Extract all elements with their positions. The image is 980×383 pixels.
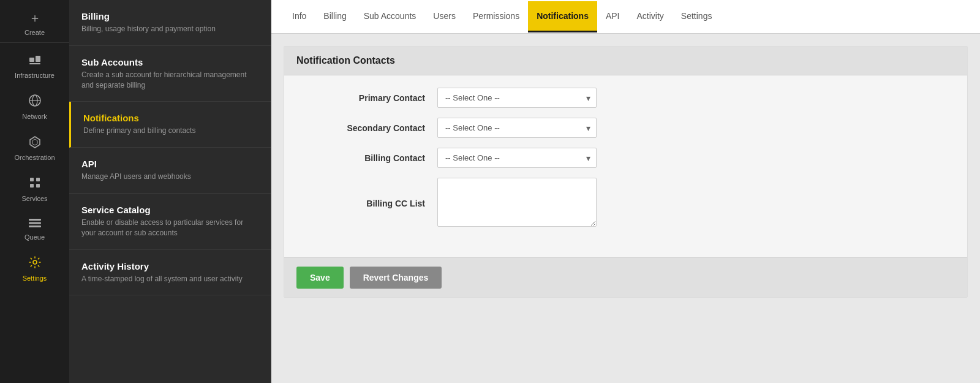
primary-contact-row: Primary Contact -- Select One -- <box>303 88 949 108</box>
sidebar-item-label: Network <box>22 113 47 120</box>
tab-notifications[interactable]: Notifications <box>528 1 597 32</box>
sidebar-item-queue[interactable]: Queue <box>0 210 69 248</box>
sidebar-item-label: Create <box>24 29 45 36</box>
svg-rect-10 <box>30 184 34 188</box>
create-icon: ＋ <box>29 10 41 26</box>
card-title: Notification Contacts <box>296 55 955 66</box>
billing-cc-list-label: Billing CC List <box>303 199 437 208</box>
menu-title-activity-history: Activity History <box>81 261 258 271</box>
secondary-contact-label: Secondary Contact <box>303 123 437 133</box>
tab-activity[interactable]: Activity <box>628 1 673 32</box>
revert-button[interactable]: Revert Changes <box>350 267 442 289</box>
svg-rect-0 <box>29 58 34 62</box>
menu-desc-api: Manage API users and webhooks <box>81 172 258 182</box>
sidebar-item-label: Settings <box>23 275 47 282</box>
menu-item-sub-accounts[interactable]: Sub Accounts Create a sub account for hi… <box>69 46 271 102</box>
menu-item-service-catalog[interactable]: Service Catalog Enable or disable access… <box>69 194 271 250</box>
primary-contact-select[interactable]: -- Select One -- <box>437 88 597 108</box>
card-footer: Save Revert Changes <box>284 257 967 297</box>
svg-rect-13 <box>29 222 41 224</box>
secondary-contact-select[interactable]: -- Select One -- <box>437 118 597 138</box>
sidebar-item-network[interactable]: Network <box>0 86 69 127</box>
primary-contact-wrapper: -- Select One -- <box>437 88 597 108</box>
menu-item-api[interactable]: API Manage API users and webhooks <box>69 148 271 194</box>
svg-rect-14 <box>29 226 41 227</box>
card-header: Notification Contacts <box>284 47 967 75</box>
billing-contact-select[interactable]: -- Select One -- <box>437 148 597 168</box>
orchestration-icon <box>28 135 42 151</box>
settings-icon <box>28 256 42 272</box>
infrastructure-icon <box>28 53 42 69</box>
sidebar-item-label: Queue <box>24 233 45 241</box>
queue-icon <box>28 217 42 231</box>
tab-api[interactable]: API <box>597 1 628 32</box>
svg-rect-1 <box>36 56 40 62</box>
tab-users[interactable]: Users <box>424 1 464 32</box>
menu-title-billing: Billing <box>81 11 258 21</box>
sidebar-icons: ＋ Create Infrastructure Network Orchestr… <box>0 0 69 383</box>
sidebar-menu: Billing Billing, usage history and payme… <box>69 0 271 383</box>
sidebar-item-infrastructure[interactable]: Infrastructure <box>0 45 69 86</box>
svg-rect-9 <box>36 178 40 181</box>
tab-sub-accounts[interactable]: Sub Accounts <box>355 1 425 32</box>
tab-settings[interactable]: Settings <box>673 1 721 32</box>
secondary-contact-row: Secondary Contact -- Select One -- <box>303 118 949 138</box>
svg-point-15 <box>33 260 37 264</box>
menu-desc-service-catalog: Enable or disable access to particular s… <box>81 218 258 238</box>
svg-rect-2 <box>29 63 40 64</box>
main-content: Info Billing Sub Accounts Users Permissi… <box>271 0 980 383</box>
content-area: Notification Contacts Primary Contact --… <box>271 34 980 383</box>
menu-desc-billing: Billing, usage history and payment optio… <box>81 24 258 34</box>
menu-item-notifications[interactable]: Notifications Define primary and billing… <box>69 102 271 148</box>
sidebar-item-create[interactable]: ＋ Create <box>0 2 69 43</box>
svg-marker-7 <box>32 139 37 145</box>
sidebar-item-services[interactable]: Services <box>0 169 69 210</box>
notification-contacts-card: Notification Contacts Primary Contact --… <box>284 46 968 298</box>
billing-contact-wrapper: -- Select One -- <box>437 148 597 168</box>
tab-info[interactable]: Info <box>284 1 315 32</box>
svg-rect-11 <box>36 184 40 188</box>
svg-marker-6 <box>30 137 40 148</box>
primary-contact-label: Primary Contact <box>303 93 437 103</box>
tab-billing[interactable]: Billing <box>315 1 355 32</box>
billing-contact-label: Billing Contact <box>303 153 437 163</box>
menu-item-activity-history[interactable]: Activity History A time-stamped log of a… <box>69 250 271 296</box>
sidebar-item-label: Orchestration <box>14 154 55 161</box>
billing-cc-list-row: Billing CC List <box>303 178 949 229</box>
tabs-bar: Info Billing Sub Accounts Users Permissi… <box>271 0 980 34</box>
menu-title-service-catalog: Service Catalog <box>81 205 258 215</box>
card-body: Primary Contact -- Select One -- Seconda… <box>284 75 967 257</box>
save-button[interactable]: Save <box>296 267 344 289</box>
sidebar-item-label: Infrastructure <box>15 72 55 79</box>
menu-desc-notifications: Define primary and billing contacts <box>83 126 258 136</box>
sidebar-item-label: Services <box>21 195 47 202</box>
menu-title-api: API <box>81 159 258 169</box>
billing-cc-list-wrapper <box>437 178 597 229</box>
services-icon <box>28 176 42 192</box>
billing-contact-row: Billing Contact -- Select One -- <box>303 148 949 168</box>
menu-item-billing[interactable]: Billing Billing, usage history and payme… <box>69 0 271 46</box>
sidebar-item-settings[interactable]: Settings <box>0 248 69 289</box>
menu-desc-activity-history: A time-stamped log of all system and use… <box>81 274 258 284</box>
tab-permissions[interactable]: Permissions <box>464 1 528 32</box>
menu-desc-sub-accounts: Create a sub account for hierarchical ma… <box>81 70 258 91</box>
menu-title-notifications: Notifications <box>83 113 258 123</box>
menu-title-sub-accounts: Sub Accounts <box>81 57 258 67</box>
svg-rect-8 <box>30 178 34 181</box>
billing-cc-list-textarea[interactable] <box>437 178 597 227</box>
sidebar-item-orchestration[interactable]: Orchestration <box>0 127 69 169</box>
network-icon <box>28 94 42 110</box>
secondary-contact-wrapper: -- Select One -- <box>437 118 597 138</box>
svg-rect-12 <box>29 219 41 221</box>
